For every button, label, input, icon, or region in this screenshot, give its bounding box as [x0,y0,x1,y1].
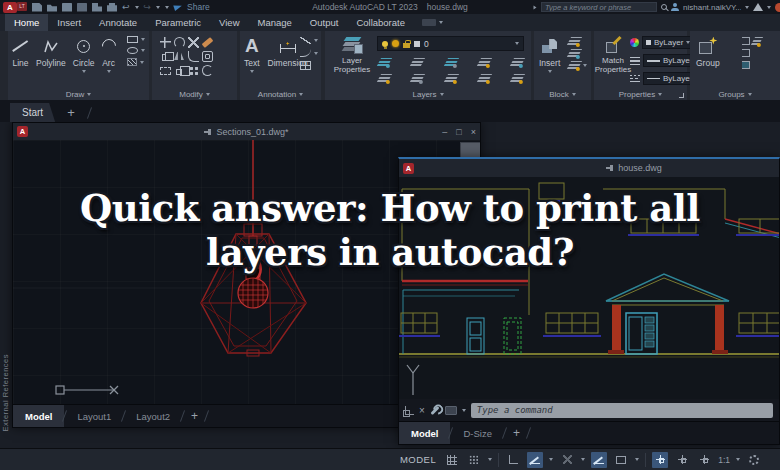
house-new-layout-button[interactable]: + [505,426,528,440]
line-button[interactable]: Line [12,36,29,73]
plot-icon[interactable] [107,3,117,12]
house-model-space[interactable] [399,177,779,401]
layer-lock-icon[interactable] [477,58,492,66]
mirror-icon[interactable] [174,51,185,62]
polar-tracking-toggle[interactable] [527,452,543,468]
hatch-tool-button[interactable] [127,58,145,66]
new-file-icon[interactable] [32,3,42,12]
offset-icon[interactable] [202,51,213,62]
properties-panel-label[interactable]: Properties [594,88,687,100]
house-window-titlebar[interactable]: A house.dwg [399,159,779,177]
scale-icon[interactable] [176,69,182,75]
viewcube-stub[interactable] [460,142,480,158]
new-drawing-tab-button[interactable]: + [63,103,79,122]
user-avatar-icon[interactable] [671,3,679,11]
customize-qat-icon[interactable] [165,6,169,9]
dynamic-input-toggle[interactable] [674,452,690,468]
text-button[interactable]: A Text [244,36,260,73]
tab-collaborate[interactable]: Collaborate [347,14,414,31]
tab-annotate[interactable]: Annotate [90,14,146,31]
close-button[interactable]: × [471,127,476,137]
trim-icon[interactable] [188,37,199,48]
osnap-dropdown-caret-icon[interactable] [635,458,639,461]
layer-off-icon[interactable] [377,74,392,82]
command-input[interactable]: Type a command [471,403,773,418]
autodesk-menu-caret-icon[interactable] [767,6,771,9]
circle-button[interactable]: Circle [73,36,95,73]
export-icon[interactable] [92,3,102,12]
panel-launcher-icon[interactable] [679,93,684,98]
layer-thaw-all-icon[interactable] [443,74,458,82]
join-icon[interactable] [202,65,213,76]
block-panel-label[interactable]: Block [534,88,591,100]
insert-dropdown-caret-icon[interactable] [548,70,552,73]
open-folder-icon[interactable] [47,3,57,12]
close-command-line-icon[interactable]: × [419,405,425,416]
groups-panel-label[interactable]: Groups [690,88,780,100]
layer-match-icon[interactable] [510,58,525,66]
lineweight-icon[interactable] [630,56,640,65]
copy-icon[interactable] [162,54,169,61]
autodesk-app-icon[interactable] [753,3,763,11]
table-tool-button[interactable] [300,61,318,70]
tab-insert[interactable]: Insert [48,14,90,31]
group-edit-button[interactable] [742,49,761,57]
fillet-icon[interactable] [188,51,199,62]
layer-unlock-all-icon[interactable] [477,74,492,82]
undo-button[interactable]: ↩ [122,3,130,12]
object-snap-toggle[interactable] [613,452,629,468]
isodraft-dropdown-caret-icon[interactable] [581,458,585,461]
erase-icon[interactable] [201,37,213,48]
undo-dropdown-caret-icon[interactable] [135,6,139,9]
polar-dropdown-caret-icon[interactable] [549,458,553,461]
layer-isolate-icon[interactable] [377,58,392,66]
file-tab-start[interactable]: Start [10,103,55,122]
ellipse-tool-button[interactable] [127,47,145,54]
move-icon[interactable] [160,37,171,48]
snap-dropdown-caret-icon[interactable] [488,458,492,461]
draw-panel-label[interactable]: Draw [8,88,149,100]
search-input[interactable]: Type a keyword or phrase [541,2,657,12]
house-tab-model[interactable]: Model [399,422,450,444]
edit-attributes-button[interactable] [569,61,587,69]
recent-commands-icon[interactable] [445,406,457,415]
house-tab-dsize[interactable]: D-Size [451,422,504,444]
search-icon[interactable] [661,4,667,10]
lineweight-display-toggle[interactable] [696,452,712,468]
tab-view[interactable]: View [210,14,248,31]
linetype-icon[interactable] [630,74,640,83]
search-history-caret-icon[interactable] [534,5,537,9]
rectangle-tool-button[interactable] [127,36,145,43]
layer-select-dropdown[interactable]: 0 [377,36,524,51]
share-icon[interactable] [173,3,182,11]
color-wheel-icon[interactable] [630,38,639,47]
leader-tool-button[interactable] [300,36,318,45]
rotate-icon[interactable] [174,37,185,48]
layers-panel-label[interactable]: Layers [325,88,531,100]
osnap-tracking-toggle[interactable] [591,452,607,468]
save-as-icon[interactable] [77,3,87,12]
circle-dropdown-caret-icon[interactable] [82,70,86,73]
redo-dropdown-caret-icon[interactable] [156,6,160,9]
snap-mode-toggle[interactable] [466,452,482,468]
snap-override-toggle[interactable] [652,452,668,468]
modify-panel-label[interactable]: Modify [152,88,237,100]
customization-button[interactable] [746,452,762,468]
create-block-button[interactable] [569,37,587,45]
stretch-icon[interactable] [160,67,171,75]
layer-unisolate-icon[interactable] [410,58,425,66]
sections-tab-layout2[interactable]: Layout2 [124,405,182,427]
tab-manage[interactable]: Manage [249,14,301,31]
array-icon[interactable] [188,65,199,76]
isodraft-toggle[interactable] [559,452,575,468]
ribbon-display-toggle[interactable] [422,14,443,31]
text-dropdown-caret-icon[interactable] [250,70,254,73]
model-space-indicator[interactable]: MODEL [400,454,436,465]
user-menu-caret-icon[interactable] [745,6,749,9]
redo-button[interactable]: ↪ [144,3,152,12]
sections-new-layout-button[interactable]: + [183,409,206,423]
layer-on-all-icon[interactable] [410,74,425,82]
ungroup-button[interactable] [742,37,761,45]
external-references-palette-tab[interactable]: External References [1,354,10,431]
scale-dropdown-caret-icon[interactable] [736,458,740,461]
